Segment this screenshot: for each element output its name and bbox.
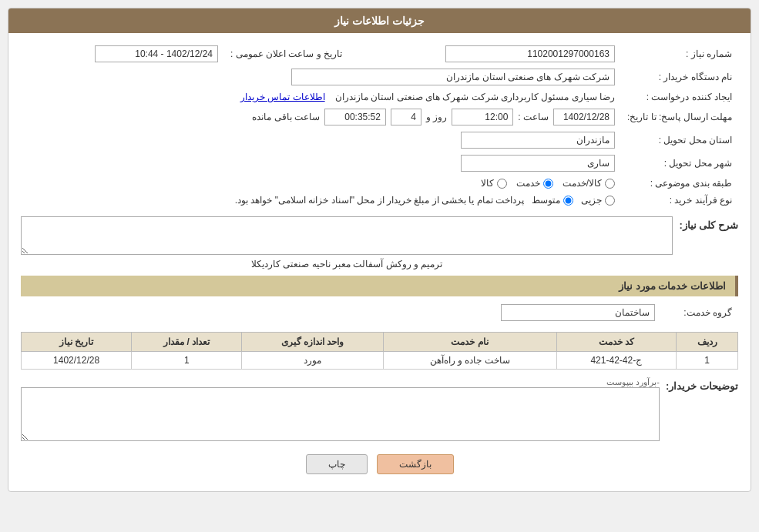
- category-option-khedmat[interactable]: خدمت: [516, 178, 553, 189]
- col-name: نام خدمت: [383, 333, 556, 352]
- need-desc-textarea[interactable]: [21, 216, 673, 255]
- services-section-header: اطلاعات خدمات مورد نیاز: [21, 276, 738, 296]
- category-radio-group: کالا/خدمت خدمت کالا: [27, 178, 615, 189]
- buyer-desc-label: توضیحات خریدار:: [666, 377, 738, 392]
- service-group-input[interactable]: [501, 304, 655, 321]
- col-qty: تعداد / مقدار: [132, 333, 242, 352]
- province-label: استان محل تحویل :: [621, 129, 738, 152]
- col-unit: واحد اندازه گیری: [242, 333, 383, 352]
- announce-date-cell: [21, 42, 224, 65]
- deadline-label: مهلت ارسال پاسخ: تا تاریخ:: [621, 105, 738, 129]
- purchase-type-label: نوع فرآیند خرید :: [621, 192, 738, 209]
- deadline-date-input[interactable]: [553, 109, 615, 125]
- buyer-desc-hint: -برآورد بیپوست: [21, 377, 660, 387]
- deadline-remaining-input[interactable]: [324, 109, 386, 125]
- table-row: 1ج-42-42-421ساخت جاده و راه‌آهنمورد11402…: [22, 352, 738, 370]
- deadline-days-input[interactable]: [391, 109, 421, 125]
- table-cell-name: ساخت جاده و راه‌آهن: [383, 352, 556, 370]
- contact-link[interactable]: اطلاعات تماس خریدار: [240, 92, 325, 102]
- creator-label: ایجاد کننده درخواست :: [621, 89, 738, 105]
- table-cell-unit: مورد: [242, 352, 383, 370]
- category-label: طبقه بندی موضوعی :: [621, 175, 738, 192]
- announce-date-label: تاریخ و ساعت اعلان عمومی :: [224, 42, 348, 65]
- buyer-desc-textarea[interactable]: [21, 387, 660, 441]
- page-title: جزئیات اطلاعات نیاز: [8, 8, 751, 33]
- col-code: کد خدمت: [556, 333, 677, 352]
- deadline-remaining-label: ساعت باقی مانده: [252, 112, 320, 122]
- table-cell-date: 1402/12/28: [22, 352, 132, 370]
- purchase-type-jozi[interactable]: جزیی: [581, 195, 615, 206]
- table-cell-row: 1: [677, 352, 738, 370]
- purchase-type-row: جزیی متوسط پرداخت تمام یا بخشی از مبلغ خ…: [27, 195, 615, 206]
- services-table: ردیف کد خدمت نام خدمت واحد اندازه گیری ت…: [21, 332, 738, 370]
- deadline-day-label: روز و: [426, 112, 447, 122]
- purchase-note: پرداخت تمام یا بخشی از مبلغ خریدار از مح…: [235, 195, 524, 206]
- category-option-kala-khedmat[interactable]: کالا/خدمت: [563, 178, 615, 189]
- service-group-label: گروه خدمت:: [661, 301, 738, 324]
- back-button[interactable]: بازگشت: [377, 454, 454, 474]
- category-option-kala[interactable]: کالا: [481, 178, 507, 189]
- print-button[interactable]: چاپ: [306, 454, 368, 474]
- need-number-cell: [348, 42, 621, 65]
- buttons-row: بازگشت چاپ: [21, 454, 738, 474]
- city-input[interactable]: [461, 155, 615, 172]
- col-date: تاریخ نیاز: [22, 333, 132, 352]
- table-cell-code: ج-42-42-421: [556, 352, 677, 370]
- need-number-input[interactable]: [445, 45, 615, 62]
- purchase-type-motavaset[interactable]: متوسط: [532, 195, 573, 206]
- col-row: ردیف: [677, 333, 738, 352]
- province-input[interactable]: [461, 132, 615, 149]
- need-number-label: شماره نیاز :: [621, 42, 738, 65]
- deadline-time-input[interactable]: [452, 109, 513, 125]
- creator-value: رضا سیاری مسئول کاربرداری شرکت شهرک های …: [335, 92, 615, 102]
- table-cell-quantity: 1: [132, 352, 242, 370]
- need-desc-label: شرح کلی نیاز:: [679, 216, 738, 231]
- buyer-org-label: نام دستگاه خریدار :: [621, 65, 738, 89]
- need-desc-value: ترمیم و روکش آسفالت معبر ناحیه صنعتی کار…: [21, 259, 673, 269]
- buyer-org-input[interactable]: [291, 69, 615, 85]
- city-label: شهر محل تحویل :: [621, 152, 738, 175]
- announce-date-input[interactable]: [95, 45, 218, 62]
- deadline-time-label: ساعت :: [518, 112, 549, 122]
